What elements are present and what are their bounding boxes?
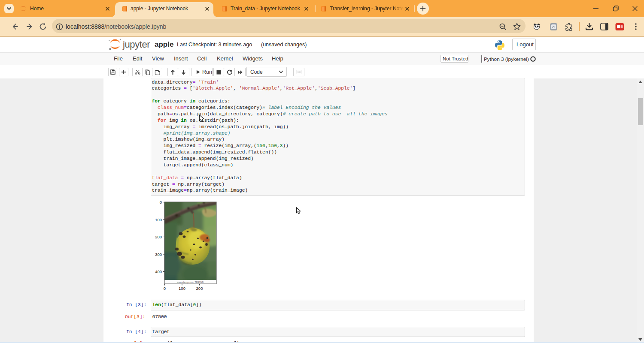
- svg-text:100: 100: [179, 286, 185, 291]
- svg-text:100: 100: [155, 217, 162, 222]
- svg-text:www.alamy.com - TRE3ND: www.alamy.com - TRE3ND: [177, 281, 204, 283]
- svg-text:300: 300: [155, 252, 162, 257]
- svg-text:200: 200: [155, 235, 162, 239]
- svg-text:0: 0: [160, 200, 162, 205]
- svg-text:0: 0: [164, 286, 166, 291]
- svg-text:400: 400: [155, 269, 162, 274]
- svg-text:200: 200: [196, 286, 203, 291]
